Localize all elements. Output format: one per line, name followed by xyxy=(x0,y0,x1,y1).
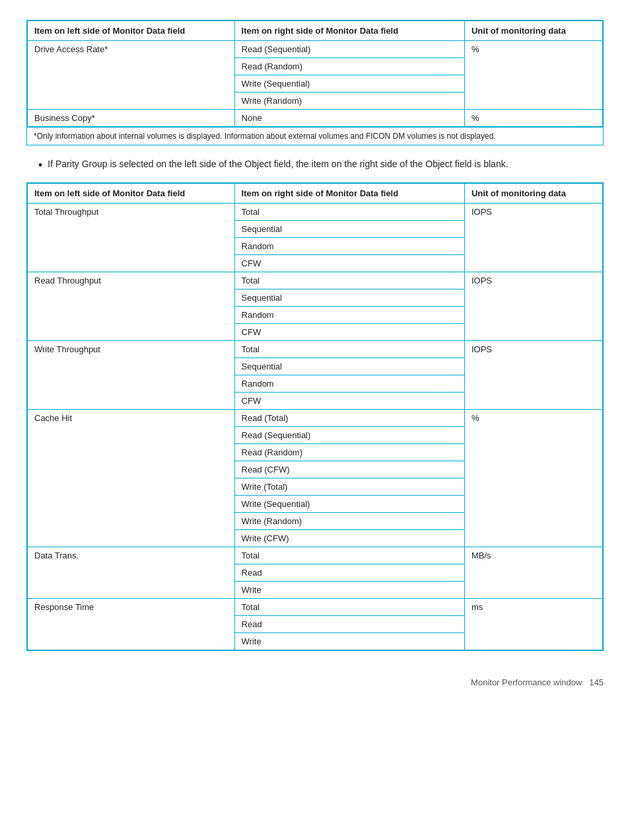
table2-cell-mid: CFW xyxy=(234,324,464,341)
table2-cell-mid: Random xyxy=(234,307,464,324)
table1-cell-right: % xyxy=(464,41,602,110)
table1-header-right: Unit of monitoring data xyxy=(464,21,602,41)
table2-cell-left: Read Throughput xyxy=(28,272,235,341)
table-row: Total ThroughputTotalIOPS xyxy=(28,204,603,221)
table2-cell-right: ms xyxy=(464,599,602,650)
page-footer: Monitor Performance window 145 xyxy=(26,677,604,687)
table-row: Cache HitRead (Total)% xyxy=(28,410,603,427)
table2-cell-mid: Random xyxy=(234,238,464,255)
table1-cell-mid: None xyxy=(234,110,464,127)
table2-cell-mid: Write (CFW) xyxy=(234,530,464,547)
table2-cell-mid: Write (Random) xyxy=(234,513,464,530)
table2-header-left: Item on left side of Monitor Data field xyxy=(28,184,235,204)
table2-cell-right: MB/s xyxy=(464,547,602,599)
table2-cell-left: Response Time xyxy=(28,599,235,650)
table2-cell-mid: Write (Total) xyxy=(234,478,464,496)
bullet-section: • If Parity Group is selected on the lef… xyxy=(38,157,604,173)
table2-cell-mid: CFW xyxy=(234,393,464,410)
table1-cell-mid: Read (Random) xyxy=(234,58,464,75)
table2: Item on left side of Monitor Data field … xyxy=(27,183,603,650)
table1-cell-mid: Write (Random) xyxy=(234,93,464,110)
table2-cell-right: IOPS xyxy=(464,272,602,341)
table2-cell-mid: Total xyxy=(234,547,464,564)
table2-cell-right: % xyxy=(464,410,602,547)
table2-header-right: Unit of monitoring data xyxy=(464,184,602,204)
table1-footnote: *Only information about internal volumes… xyxy=(27,127,603,145)
table1-cell-left: Drive Access Rate* xyxy=(28,41,235,110)
table-row: Data Trans.TotalMB/s xyxy=(28,547,603,564)
table-row: Read ThroughputTotalIOPS xyxy=(28,272,603,289)
table-row: Drive Access Rate*Read (Sequential)% xyxy=(28,41,603,58)
table1-header-mid: Item on right side of Monitor Data field xyxy=(234,21,464,41)
table-row: Write ThroughputTotalIOPS xyxy=(28,341,603,358)
footer-text: Monitor Performance window xyxy=(471,677,582,687)
table2-cell-mid: Sequential xyxy=(234,358,464,375)
table2-cell-right: IOPS xyxy=(464,204,602,272)
table1-cell-mid: Read (Sequential) xyxy=(234,41,464,58)
table1-wrapper: Item on left side of Monitor Data field … xyxy=(26,20,604,145)
table2-cell-left: Write Throughput xyxy=(28,341,235,410)
table2-cell-mid: Sequential xyxy=(234,221,464,238)
table-row: Business Copy*None% xyxy=(28,110,603,127)
table2-cell-mid: Read (Random) xyxy=(234,444,464,461)
table2-cell-mid: Read (CFW) xyxy=(234,461,464,478)
table2-cell-mid: Total xyxy=(234,204,464,221)
table1-cell-right: % xyxy=(464,110,602,127)
table2-cell-mid: Write (Sequential) xyxy=(234,496,464,513)
table2-cell-mid: Read xyxy=(234,616,464,633)
table2-cell-mid: Total xyxy=(234,341,464,358)
table2-wrapper: Item on left side of Monitor Data field … xyxy=(26,182,604,651)
table2-cell-mid: Write xyxy=(234,582,464,599)
table2-cell-mid: Read (Total) xyxy=(234,410,464,427)
table1-cell-left: Business Copy* xyxy=(28,110,235,127)
bullet-icon: • xyxy=(38,158,42,173)
table1-cell-mid: Write (Sequential) xyxy=(234,75,464,93)
table2-cell-mid: Sequential xyxy=(234,289,464,307)
table2-header-mid: Item on right side of Monitor Data field xyxy=(234,184,464,204)
table2-cell-mid: Total xyxy=(234,599,464,616)
table1-header-left: Item on left side of Monitor Data field xyxy=(28,21,235,41)
table2-cell-left: Cache Hit xyxy=(28,410,235,547)
table2-cell-left: Data Trans. xyxy=(28,547,235,599)
bullet-text: If Parity Group is selected on the left … xyxy=(48,157,508,171)
table2-cell-mid: Read (Sequential) xyxy=(234,427,464,444)
table2-cell-mid: Total xyxy=(234,272,464,289)
table1: Item on left side of Monitor Data field … xyxy=(27,20,603,127)
footer-page: 145 xyxy=(589,677,604,687)
table-row: Response TimeTotalms xyxy=(28,599,603,616)
table2-cell-mid: CFW xyxy=(234,255,464,272)
table2-cell-mid: Write xyxy=(234,633,464,650)
table2-cell-mid: Random xyxy=(234,375,464,393)
table2-cell-mid: Read xyxy=(234,564,464,582)
table2-cell-right: IOPS xyxy=(464,341,602,410)
table2-cell-left: Total Throughput xyxy=(28,204,235,272)
